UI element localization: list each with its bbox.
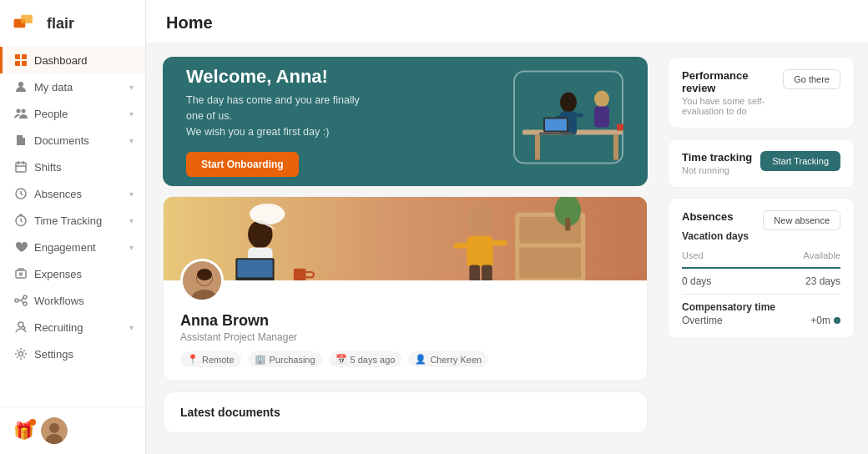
sidebar-item-label: Expenses (34, 268, 82, 280)
heart-icon (14, 240, 28, 254)
profile-banner (164, 197, 647, 280)
sidebar-item-people[interactable]: People ▾ (0, 100, 145, 127)
time-tracking-widget: Time tracking Not running Start Tracking (668, 139, 855, 188)
chevron-icon: ▾ (129, 243, 134, 252)
main-content: Home (146, 0, 868, 454)
welcome-subtitle: The day has come and you are finally one… (186, 93, 370, 139)
page-title: Home (166, 13, 848, 33)
svg-rect-5 (22, 61, 27, 66)
divider (682, 267, 840, 269)
avatar-image (183, 261, 224, 302)
location-icon: 📍 (187, 354, 199, 365)
available-value: 23 days (805, 275, 840, 287)
profile-tags: 📍 Remote 🏢 Purchasing 📅 5 days ago (180, 351, 630, 367)
widget-title: Time tracking (682, 151, 752, 164)
widget-subtitle: You have some self-evaluation to do (682, 96, 776, 116)
widget-text: Time tracking Not running (682, 151, 752, 175)
start-onboarding-button[interactable]: Start Onboarding (186, 152, 299, 177)
compensatory-section: Compensatory time Overtime +0m (682, 301, 840, 326)
status-dot (834, 317, 840, 324)
svg-point-18 (19, 352, 23, 356)
svg-point-14 (15, 299, 18, 302)
profile-tag-remote: 📍 Remote (180, 351, 241, 367)
profile-tag-date: 📅 5 days ago (329, 351, 402, 367)
sidebar-item-shifts[interactable]: Shifts (0, 154, 145, 180)
profile-card: Anna Brown Assistant Project Manager 📍 R… (163, 196, 648, 381)
overtime-row: Overtime +0m (682, 315, 840, 326)
tag-label: Remote (202, 355, 235, 365)
sidebar-item-label: Recruiting (34, 321, 83, 334)
chevron-icon: ▾ (129, 189, 134, 199)
svg-rect-51 (482, 265, 492, 280)
used-label: Used (682, 250, 704, 260)
vacation-header: Used Available (682, 250, 840, 260)
widget-header: Time tracking Not running Start Tracking (682, 151, 840, 175)
start-tracking-button[interactable]: Start Tracking (760, 151, 840, 171)
sidebar-item-absences[interactable]: Absences ▾ (0, 180, 145, 207)
svg-point-61 (197, 269, 212, 280)
latest-docs-title: Latest documents (180, 406, 280, 419)
go-there-button[interactable]: Go there (783, 69, 840, 89)
svg-rect-12 (16, 270, 26, 278)
clock-icon (14, 214, 28, 227)
svg-rect-2 (15, 54, 20, 59)
page-header: Home (146, 0, 868, 43)
svg-rect-49 (493, 240, 507, 245)
overtime-amount: +0m (810, 315, 830, 326)
shifts-icon (14, 160, 28, 174)
logo-text: flair (47, 15, 74, 33)
welcome-illustration (439, 65, 639, 178)
new-absence-button[interactable]: New absence (763, 210, 840, 230)
sidebar-item-label: Absences (34, 188, 82, 200)
svg-point-16 (23, 302, 27, 305)
svg-rect-4 (15, 61, 20, 66)
user-avatar[interactable] (41, 417, 68, 444)
chevron-icon: ▾ (129, 136, 134, 145)
svg-rect-42 (294, 269, 306, 280)
sidebar-navigation: Dashboard My data ▾ People ▾ Documents (0, 43, 145, 406)
vacation-section: Vacation days Used Available 0 days 23 d… (682, 230, 840, 287)
svg-rect-50 (469, 265, 480, 280)
svg-point-17 (18, 322, 23, 327)
profile-tag-manager: 👤 Cherry Keen (408, 351, 488, 367)
sidebar-item-label: Settings (34, 348, 73, 361)
profile-avatar (180, 259, 224, 302)
latest-documents: Latest documents (163, 391, 648, 433)
profile-name: Anna Brown (180, 312, 630, 330)
svg-point-13 (20, 273, 23, 275)
sidebar-item-time-tracking[interactable]: Time Tracking ▾ (0, 207, 145, 234)
svg-point-6 (18, 82, 23, 87)
svg-point-30 (594, 91, 609, 108)
chevron-icon: ▾ (129, 216, 134, 225)
svg-rect-40 (237, 260, 272, 277)
svg-rect-47 (467, 236, 493, 267)
widget-header: Performance review You have some self-ev… (682, 69, 840, 116)
sidebar-item-settings[interactable]: Settings (0, 340, 145, 367)
sidebar-item-documents[interactable]: Documents ▾ (0, 127, 145, 154)
sidebar-item-label: People (34, 108, 68, 120)
sidebar-item-dashboard[interactable]: Dashboard (0, 47, 145, 73)
widget-subtitle: Not running (682, 165, 752, 175)
sidebar-footer: 🎁 (0, 406, 145, 454)
sidebar-item-expenses[interactable]: Expenses (0, 260, 145, 287)
performance-review-widget: Performance review You have some self-ev… (668, 57, 855, 129)
logo[interactable]: flair (0, 0, 145, 43)
absences-icon (14, 187, 28, 200)
sidebar-item-my-data[interactable]: My data ▾ (0, 73, 145, 100)
person-icon: 👤 (415, 354, 426, 365)
sidebar-item-workflows[interactable]: Workflows (0, 287, 145, 314)
widget-title: Performance review (682, 69, 776, 94)
vacation-title: Vacation days (682, 230, 840, 242)
widget-text: Performance review You have some self-ev… (682, 69, 776, 116)
widget-header: Absences New absence (682, 210, 840, 230)
svg-rect-34 (539, 133, 573, 135)
sidebar-item-recruiting[interactable]: Recruiting ▾ (0, 314, 145, 340)
sidebar-item-label: Engagement (34, 241, 96, 254)
sidebar-item-engagement[interactable]: Engagement ▾ (0, 234, 145, 260)
logo-icon (13, 13, 40, 33)
svg-rect-29 (577, 114, 583, 118)
svg-rect-1 (21, 15, 33, 23)
gift-button[interactable]: 🎁 (13, 421, 34, 441)
sidebar-item-label: Time Tracking (34, 214, 102, 227)
settings-icon (14, 347, 28, 361)
